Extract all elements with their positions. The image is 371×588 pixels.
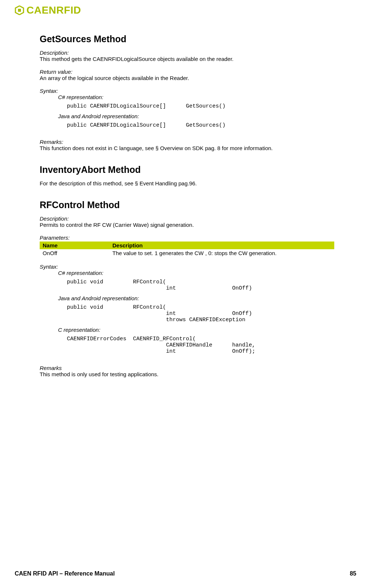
svg-rect-0 — [18, 9, 21, 12]
section-title-getsources: GetSources Method — [40, 34, 334, 44]
cs-code-getsources: public CAENRFIDLogicalSource[] GetSource… — [67, 103, 334, 109]
java-rep-label: Java and Android representation: — [58, 113, 139, 119]
footer-page-number: 85 — [350, 570, 356, 577]
c-rep-label: C representation: — [58, 327, 100, 333]
cs-code-rfcontrol: public void RFControl( int OnOff) — [67, 279, 334, 291]
remarks-text: This function does not exist in C langua… — [40, 145, 273, 151]
desc-label: Description: — [40, 50, 69, 56]
table-row: OnOff The value to set. 1 generates the … — [40, 249, 334, 257]
remarks-text-rf: This method is only used for testing app… — [40, 371, 159, 377]
td-name: OnOff — [40, 249, 109, 257]
footer-title: CAEN RFID API – Reference Manual — [15, 570, 115, 577]
params-table: Name Description OnOff The value to set.… — [40, 242, 334, 257]
th-name: Name — [40, 242, 109, 249]
return-label: Return value: — [40, 69, 72, 75]
remarks-label: Remarks: — [40, 139, 63, 145]
java-rep-label-rf: Java and Android representation: — [58, 295, 139, 301]
c-code-rfcontrol: CAENRFIDErrorCodes CAENRFID_RFControl( C… — [67, 336, 334, 355]
remarks-label-rf: Remarks — [40, 365, 62, 371]
page-content: GetSources Method Description: This meth… — [15, 16, 334, 377]
syntax-label: Syntax: — [40, 88, 58, 94]
desc-label-rf: Description: — [40, 215, 69, 222]
section-title-rfcontrol: RFControl Method — [40, 200, 334, 210]
syntax-label-rf: Syntax: — [40, 264, 58, 270]
java-code-rfcontrol: public void RFControl( int OnOff) throws… — [67, 304, 334, 323]
table-header-row: Name Description — [40, 242, 334, 249]
page-footer: CAEN RFID API – Reference Manual 85 — [15, 570, 356, 577]
inventoryabort-text: For the description of this method, see … — [40, 180, 197, 186]
return-text: An array of the logical source objects a… — [40, 75, 189, 81]
cs-rep-label: C# representation: — [58, 94, 103, 100]
brand-text: CAENRFID — [26, 4, 81, 16]
brand-logo: CAENRFID — [15, 4, 356, 16]
cs-rep-label-rf: C# representation: — [58, 270, 103, 276]
section-title-inventoryabort: InventoryAbort Method — [40, 164, 334, 175]
th-description: Description — [109, 242, 334, 249]
params-label: Parameters: — [40, 235, 70, 241]
brand-logo-icon — [15, 6, 24, 15]
desc-text: This method gets the CAENRFIDLogicalSour… — [40, 56, 234, 62]
td-desc: The value to set. 1 generates the CW , 0… — [109, 249, 334, 257]
java-code-getsources: public CAENRFIDLogicalSource[] GetSource… — [67, 122, 334, 128]
desc-text-rf: Permits to control the RF CW (Carrier Wa… — [40, 222, 194, 228]
